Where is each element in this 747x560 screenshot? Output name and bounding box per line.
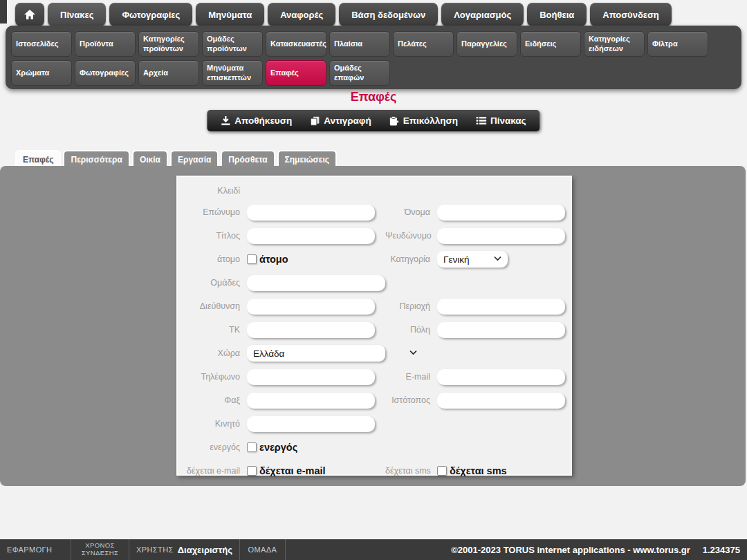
nav-button-contacts[interactable]: Επαφές bbox=[266, 60, 326, 86]
top-tab-tables[interactable]: Πίνακες bbox=[48, 3, 106, 26]
active-checkbox-label: ενεργός bbox=[259, 442, 297, 453]
website-input[interactable] bbox=[437, 393, 565, 409]
nav-button-products[interactable]: Προϊόντα bbox=[75, 31, 136, 57]
home-icon bbox=[24, 10, 35, 19]
nav-button-product-groups[interactable]: Ομάδες προϊόντων bbox=[202, 31, 263, 57]
form-row-name: Επώνυμο Όνομα bbox=[178, 200, 571, 224]
nav-button-product-categories[interactable]: Κατηγορίες προϊόντων bbox=[138, 31, 199, 57]
area-input[interactable] bbox=[437, 299, 565, 315]
form-tab-strip: Επαφές Περισσότερα Οικία Εργασία Πρόσθετ… bbox=[15, 150, 337, 167]
field-label-area: Περιοχή bbox=[385, 301, 430, 311]
top-tab-label: Μηνύματα bbox=[208, 10, 252, 20]
top-tab-photos[interactable]: Φωτογραφίες bbox=[109, 3, 192, 26]
top-tab-label: Λογαριασμός bbox=[454, 10, 511, 20]
top-tab-logout[interactable]: Αποσύνδεση bbox=[590, 3, 672, 26]
top-tab-label: Βοήθεια bbox=[540, 10, 574, 20]
form-row-consents: δέχεται e-mail δέχεται e-mail δέχεται sm… bbox=[178, 459, 571, 483]
email-input[interactable] bbox=[437, 369, 565, 385]
top-tab-messages[interactable]: Μηνύματα bbox=[196, 3, 264, 26]
phone-input[interactable] bbox=[247, 369, 375, 385]
top-tab-label: Αναφορές bbox=[280, 10, 323, 20]
nav-button-news-categories[interactable]: Κατηγορίες ειδήσεων bbox=[584, 31, 645, 57]
tables-row-2: Χρώματα Φωτογραφίες Αρχεία Μηνύματα επισ… bbox=[11, 60, 736, 86]
mobile-input[interactable] bbox=[247, 416, 375, 432]
nav-button-contact-groups[interactable]: Ομάδες επαφών bbox=[329, 60, 390, 86]
form-row-groups: Ομάδες bbox=[178, 271, 571, 295]
field-label-website: Ιστότοπος bbox=[385, 395, 430, 405]
city-input[interactable] bbox=[437, 322, 565, 338]
title-input[interactable] bbox=[247, 228, 375, 244]
form-row-address: Διεύθυνση Περιοχή bbox=[178, 295, 571, 318]
field-label-fax: Φαξ bbox=[178, 395, 240, 405]
table-button[interactable]: Πίνακας bbox=[470, 113, 532, 129]
address-input[interactable] bbox=[247, 299, 375, 315]
nickname-input[interactable] bbox=[437, 228, 565, 244]
form-row-fax-website: Φαξ Ιστότοπος bbox=[178, 389, 571, 412]
accepts-email-checkbox-label: δέχεται e-mail bbox=[259, 465, 326, 476]
nav-button-frames[interactable]: Πλαίσια bbox=[329, 31, 390, 57]
form-tab-work[interactable]: Εργασία bbox=[170, 150, 219, 167]
top-navigation: Πίνακες Φωτογραφίες Μηνύματα Αναφορές Βά… bbox=[15, 3, 672, 26]
home-tab[interactable] bbox=[15, 3, 44, 26]
tables-panel: Ιστοσελίδες Προϊόντα Κατηγορίες προϊόντω… bbox=[6, 26, 741, 89]
firstname-input[interactable] bbox=[437, 205, 565, 221]
field-label-title: Τίτλος bbox=[178, 231, 240, 241]
field-label-country: Χώρα bbox=[178, 348, 240, 358]
form-tab-contacts[interactable]: Επαφές bbox=[15, 150, 61, 167]
form-row-person-category: άτομο άτομο Κατηγορία Γενική bbox=[178, 248, 571, 271]
page-title: Επαφές bbox=[0, 90, 747, 104]
field-label-accepts-sms: δέχεται sms bbox=[385, 466, 430, 476]
fax-input[interactable] bbox=[247, 393, 375, 409]
country-select[interactable]: Ελλάδα bbox=[247, 345, 385, 362]
save-button[interactable]: Αποθήκευση bbox=[215, 113, 297, 129]
top-tab-help[interactable]: Βοήθεια bbox=[527, 3, 587, 26]
nav-button-manufacturers[interactable]: Κατασκευαστές bbox=[266, 31, 326, 57]
nav-button-colors[interactable]: Χρώματα bbox=[11, 60, 72, 86]
top-tab-label: Φωτογραφίες bbox=[122, 10, 180, 20]
top-tab-reports[interactable]: Αναφορές bbox=[268, 3, 335, 26]
status-user-value: Διαχειριστής bbox=[178, 545, 232, 555]
form-tab-home[interactable]: Οικία bbox=[132, 150, 168, 167]
nav-button-files[interactable]: Αρχεία bbox=[138, 60, 199, 86]
postcode-input[interactable] bbox=[247, 322, 375, 338]
nav-button-visitor-messages[interactable]: Μηνύματα επισκεπτών bbox=[202, 60, 263, 86]
form-tab-notes[interactable]: Σημειώσεις bbox=[277, 150, 338, 167]
nav-button-customers[interactable]: Πελάτες bbox=[393, 31, 454, 57]
top-tab-database[interactable]: Βάση δεδομένων bbox=[339, 3, 438, 26]
nav-button-photos[interactable]: Φωτογραφίες bbox=[75, 60, 136, 86]
version-number: 1.234375 bbox=[703, 545, 740, 555]
form-tab-more[interactable]: Περισσότερα bbox=[63, 150, 129, 167]
active-checkbox[interactable] bbox=[247, 442, 257, 452]
copy-button-label: Αντιγραφή bbox=[324, 115, 371, 126]
field-label-address: Διεύθυνση bbox=[178, 301, 240, 311]
accepts-email-checkbox[interactable] bbox=[247, 466, 257, 476]
field-label-email: E-mail bbox=[385, 372, 430, 382]
lastname-input[interactable] bbox=[247, 205, 375, 221]
nav-button-websites[interactable]: Ιστοσελίδες bbox=[11, 31, 72, 57]
nav-button-news[interactable]: Ειδήσεις bbox=[520, 31, 581, 57]
groups-input[interactable] bbox=[247, 275, 385, 291]
save-button-label: Αποθήκευση bbox=[234, 115, 292, 126]
person-checkbox[interactable] bbox=[247, 254, 257, 264]
top-tab-label: Βάση δεδομένων bbox=[351, 10, 425, 20]
accepts-sms-checkbox[interactable] bbox=[437, 466, 447, 476]
top-tab-label: Πίνακες bbox=[60, 10, 93, 20]
contact-form-card: Κλειδί Επώνυμο Όνομα Τίτλος Ψευδώνυμο άτ… bbox=[176, 176, 572, 476]
copy-icon bbox=[310, 116, 320, 126]
nav-button-orders[interactable]: Παραγγελίες bbox=[456, 31, 517, 57]
category-select[interactable]: Γενική bbox=[437, 251, 508, 268]
left-edge-strip bbox=[0, 0, 7, 24]
form-row-phone-email: Τηλέφωνο E-mail bbox=[178, 365, 571, 389]
form-tab-extra[interactable]: Πρόσθετα bbox=[221, 150, 275, 167]
field-label-mobile: Κινητό bbox=[178, 419, 240, 429]
copy-button[interactable]: Αντιγραφή bbox=[304, 113, 377, 129]
app-window: Πίνακες Φωτογραφίες Μηνύματα Αναφορές Βά… bbox=[0, 0, 747, 560]
table-icon bbox=[476, 116, 486, 125]
nav-button-filters[interactable]: Φίλτρα bbox=[647, 31, 708, 57]
form-row-active: ενεργός ενεργός bbox=[178, 436, 571, 459]
top-tab-account[interactable]: Λογαριασμός bbox=[441, 3, 524, 26]
paste-button[interactable]: Επικόλληση bbox=[384, 113, 463, 129]
field-label-city: Πόλη bbox=[385, 325, 430, 335]
status-session-label: ΧΡΟΝΟΣ ΣΥΝΔΕΣΗΣ bbox=[78, 542, 122, 557]
field-label-key: Κλειδί bbox=[178, 186, 240, 196]
